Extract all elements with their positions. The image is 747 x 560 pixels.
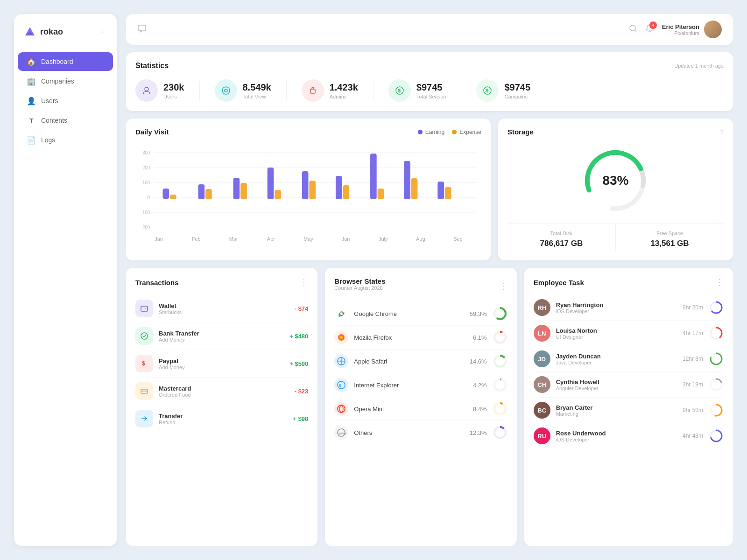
svg-rect-31: [268, 168, 274, 199]
sidebar-item-dashboard[interactable]: 🏠 Dashboard: [18, 52, 113, 71]
user-name: Eric Piterson: [662, 23, 699, 30]
browser-item-firefox: Mozila Firefox 6.1%: [334, 326, 507, 350]
sidebar-item-companies[interactable]: 🏢 Companies: [18, 72, 113, 91]
employee-role-cynthia: Anguler Developer: [556, 385, 673, 391]
browser-pct-ie: 4.2%: [467, 382, 487, 389]
total-disk-stat: Total Disk 786,617 GB: [507, 224, 616, 251]
stats-title: Statistics: [135, 62, 169, 70]
svg-rect-30: [240, 183, 247, 199]
month-apr: Apr: [252, 236, 289, 242]
tx-icon-bank: [135, 327, 153, 345]
total-disk-value: 786,617 GB: [511, 239, 612, 248]
daily-visit-header: Daily Visit Earning Expense: [135, 128, 481, 136]
tx-info-wallet: Wallet Starbucks: [159, 302, 289, 315]
employee-time-jayden: 12hr 8m: [679, 356, 703, 362]
app-container: rokao ← 🏠 Dashboard 🏢 Companies 👤 Users …: [0, 0, 747, 560]
sidebar-item-users[interactable]: 👤 Users: [18, 91, 113, 110]
stats-header: Statistics Updated 1 month ago: [135, 62, 724, 70]
svg-rect-35: [336, 176, 342, 199]
employee-progress-cynthia: [709, 377, 724, 392]
stat-value-totalseason: $9745: [416, 82, 446, 93]
svg-text:300: 300: [142, 150, 150, 155]
stat-users: 230k Users: [135, 79, 184, 102]
browser-more-button[interactable]: ⋮: [499, 281, 507, 291]
free-space-value: 13,561 GB: [620, 239, 720, 248]
user-profile[interactable]: Eric Piterson Pixelonium: [662, 21, 722, 38]
browser-donut-others: [493, 425, 507, 440]
avatar-jayden: JD: [534, 350, 550, 367]
svg-rect-39: [404, 161, 410, 199]
stat-label-campains: Campains: [504, 94, 530, 99]
free-space-label: Free Space: [620, 231, 720, 236]
collapse-button[interactable]: ←: [100, 28, 107, 36]
gauge-container: 83%: [578, 143, 653, 218]
employee-time-bryan: 9hr 50m: [679, 407, 703, 413]
legend-earning: Earning: [418, 129, 444, 135]
employee-more-button[interactable]: ⋮: [715, 277, 724, 287]
month-feb: Feb: [177, 236, 215, 242]
month-jan: Jan: [140, 236, 177, 242]
sidebar-item-logs[interactable]: 📄 Logs: [18, 131, 113, 149]
stat-value-users: 230k: [163, 82, 184, 93]
employee-item-rose: RU Rose Underwood iOS Developer 4hr 48m: [534, 423, 724, 448]
browser-donut-opera: [493, 401, 507, 416]
svg-point-70: [339, 406, 343, 412]
svg-rect-33: [302, 171, 309, 199]
employee-role-louisa: UI Designer: [556, 334, 673, 340]
avatar-ryan: RH: [534, 299, 550, 316]
svg-point-57: [340, 336, 342, 338]
avatar-cynthia: CH: [534, 376, 550, 393]
browser-subtitle: Counter August 2020: [334, 285, 385, 291]
employee-name-ryan: Ryan Harrington: [556, 301, 673, 308]
notification-button[interactable]: 4: [645, 24, 655, 35]
browser-item-ie: e Internet Explorer 4.2%: [334, 373, 507, 397]
employee-progress-bryan: [709, 403, 724, 418]
svg-point-67: [494, 379, 506, 391]
browser-title: Browser States: [334, 277, 385, 285]
stat-icon-users: [135, 79, 158, 102]
avatar-rose: RU: [534, 427, 550, 444]
employee-item-louisa: LN Louisa Norton UI Designer 4hr 17m: [534, 321, 724, 346]
chat-icon[interactable]: [137, 24, 147, 35]
employee-item-cynthia: CH Cynthia Howell Anguler Developer 3hr …: [534, 372, 724, 398]
stat-icon-totalview: [215, 79, 237, 102]
browser-name-firefox: Mozila Firefox: [354, 334, 461, 341]
tx-icon-mastercard: [135, 382, 153, 400]
employee-progress-rose: [709, 428, 724, 443]
transactions-card: Transactions ⋮ Wallet Starbucks - $74: [126, 268, 317, 546]
browser-donut-ie: [493, 378, 507, 392]
svg-line-4: [634, 30, 636, 32]
month-jun: Jun: [327, 236, 365, 242]
svg-rect-36: [343, 185, 350, 199]
stat-divider-2: [286, 81, 287, 100]
svg-rect-27: [198, 184, 205, 199]
employee-info-jayden: Jayden Duncan Java Developer: [556, 353, 673, 365]
month-sep: Sep: [439, 236, 477, 242]
free-space-stat: Free Space 13,561 GB: [616, 224, 724, 251]
help-icon[interactable]: ?: [720, 128, 724, 136]
gauge-percent: 83%: [602, 173, 628, 188]
browser-donut-chrome: [493, 306, 507, 321]
search-button[interactable]: [628, 24, 638, 35]
safari-icon: [334, 354, 348, 368]
employee-role-ryan: iOS Developer: [556, 308, 673, 314]
employee-task-card: Employee Task ⋮ RH Ryan Harrington iOS D…: [524, 268, 733, 546]
avatar-bryan: BC: [534, 402, 550, 419]
stat-info-campains: $9745 Campains: [504, 82, 530, 99]
employee-progress-jayden: [709, 351, 724, 366]
stat-value-totalview: 8.549k: [243, 82, 271, 93]
browser-item-safari: Apple Safari 14.6%: [334, 350, 507, 373]
avatar: [704, 21, 722, 38]
logs-icon: 📄: [27, 136, 35, 144]
transactions-more-button[interactable]: ⋮: [300, 277, 308, 287]
stat-icon-campains: $: [476, 79, 499, 102]
svg-text:$: $: [486, 88, 488, 93]
sidebar-item-contents[interactable]: T Contents: [18, 111, 113, 130]
svg-point-58: [494, 332, 506, 343]
firefox-icon: [334, 330, 348, 344]
svg-rect-41: [437, 182, 444, 199]
transaction-item-wallet: Wallet Starbucks - $74: [135, 295, 308, 322]
browser-pct-chrome: 59.3%: [467, 310, 487, 317]
employee-time-ryan: 9hr 20m: [679, 304, 703, 311]
browser-pct-others: 12.3%: [467, 429, 487, 436]
